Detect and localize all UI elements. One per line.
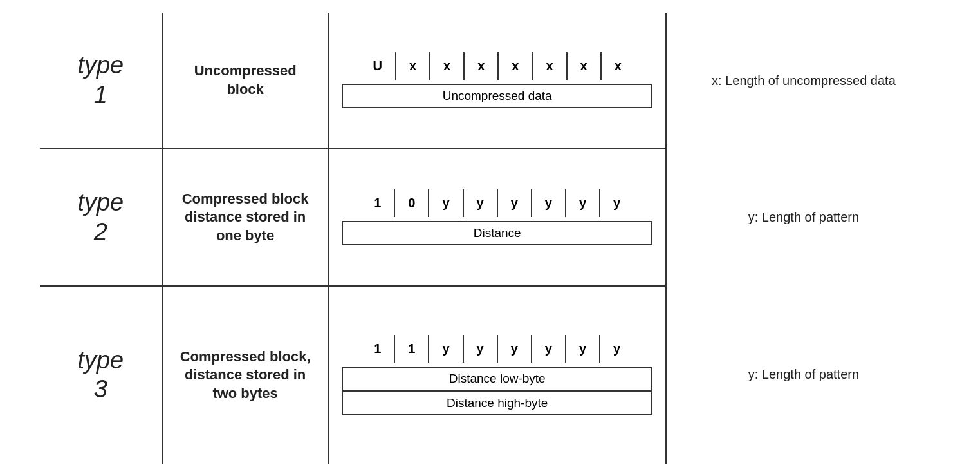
note-text-3: y: Length of pattern	[748, 367, 859, 381]
note-text-2: y: Length of pattern	[748, 210, 859, 224]
bit-cell-3-1: 1	[394, 335, 429, 363]
data-box-3-0: Distance low-byte	[342, 367, 652, 391]
bit-table-2: 10yyyyyy	[361, 189, 633, 217]
type-label-1: type1	[53, 51, 149, 109]
type-cell-3: type3	[40, 286, 163, 463]
bit-cell-1-2: x	[430, 52, 464, 80]
diagram: type1Uncompressed blockUxxxxxxxUncompres…	[40, 13, 941, 464]
bit-cell-3-7: y	[600, 335, 633, 363]
note-cell-1: x: Length of uncompressed data	[666, 13, 940, 149]
bit-cell-2-1: 0	[394, 189, 429, 217]
bit-cell-1-7: x	[601, 52, 634, 80]
bit-cell-2-0: 1	[361, 189, 394, 217]
bit-cell-1-1: x	[396, 52, 430, 80]
type-num-1: 1	[53, 81, 149, 110]
bit-cell-3-3: y	[463, 335, 497, 363]
desc-cell-1: Uncompressed block	[162, 13, 328, 149]
type-label-2: type2	[53, 188, 149, 247]
bit-cell-1-6: x	[567, 52, 601, 80]
note-cell-2: y: Length of pattern	[666, 149, 940, 286]
type-num-2: 2	[53, 218, 149, 247]
data-box-2-0: Distance	[342, 221, 652, 245]
bit-cell-3-0: 1	[361, 335, 394, 363]
bit-cell-2-3: y	[463, 189, 497, 217]
type-label-3: type3	[53, 346, 149, 405]
desc-label-1: Uncompressed block	[176, 62, 315, 99]
bit-table-1: Uxxxxxxx	[360, 52, 634, 80]
note-text-1: x: Length of uncompressed data	[712, 73, 896, 88]
type-num-3: 3	[53, 375, 149, 405]
bit-cell-2-2: y	[429, 189, 463, 217]
data-box-3-1: Distance high-byte	[342, 391, 652, 415]
bit-cell-2-6: y	[566, 189, 600, 217]
bit-cell-2-4: y	[497, 189, 532, 217]
type-cell-2: type2	[40, 149, 163, 286]
desc-label-2: Compressed block distance stored in one …	[176, 190, 315, 245]
type-cell-1: type1	[40, 13, 163, 149]
bit-cell-1-4: x	[498, 52, 532, 80]
bit-cell-3-6: y	[566, 335, 600, 363]
bit-cell-3-5: y	[532, 335, 566, 363]
bit-cell-3-2: y	[429, 335, 463, 363]
data-box-1-0: Uncompressed data	[342, 84, 652, 108]
bit-cell-1-0: U	[360, 52, 396, 80]
bit-cell-1-3: x	[464, 52, 498, 80]
diagram-cell-3: 11yyyyyyDistance low-byteDistance high-b…	[328, 286, 666, 463]
desc-cell-3: Compressed block, distance stored in two…	[162, 286, 328, 463]
bit-table-3: 11yyyyyy	[361, 335, 633, 363]
bit-cell-2-5: y	[532, 189, 566, 217]
diagram-cell-2: 10yyyyyyDistance	[328, 149, 666, 286]
diagram-cell-1: UxxxxxxxUncompressed data	[328, 13, 666, 149]
desc-label-3: Compressed block, distance stored in two…	[176, 348, 315, 403]
bit-cell-3-4: y	[497, 335, 532, 363]
bit-cell-2-7: y	[600, 189, 633, 217]
note-cell-3: y: Length of pattern	[666, 286, 940, 463]
main-table: type1Uncompressed blockUxxxxxxxUncompres…	[40, 13, 941, 464]
bit-cell-1-5: x	[532, 52, 566, 80]
desc-cell-2: Compressed block distance stored in one …	[162, 149, 328, 286]
